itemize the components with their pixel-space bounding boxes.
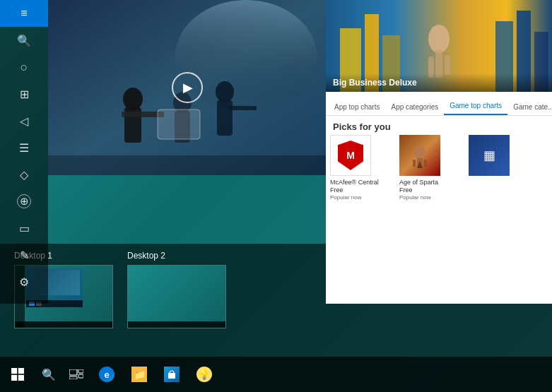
sidebar-item-search[interactable]: 🔍 (0, 27, 48, 54)
store-hero: Big Business Deluxe (326, 0, 552, 92)
sparta-icon-wrapper (399, 135, 440, 176)
edge-icon: e (99, 367, 114, 382)
svg-rect-25 (413, 160, 416, 167)
mcafee-sub: Popular now (330, 194, 361, 201)
lines-icon: ☰ (19, 141, 29, 155)
sidebar-item-back[interactable]: ◁ (0, 107, 48, 134)
mcafee-icon-wrapper: M (330, 135, 371, 176)
welcome-panel: Welcome to Windows 10 (48, 0, 326, 175)
taskbar: 🔍 e 📁 💡 (0, 357, 552, 392)
svg-rect-34 (78, 374, 83, 378)
sidebar-item-note[interactable]: ▭ (0, 215, 48, 242)
third-icon-symbol: ▦ (483, 148, 495, 163)
store-taskbar-icon (164, 367, 180, 382)
sidebar-item-settings[interactable]: ⚙ (0, 268, 48, 295)
taskbar-store[interactable] (155, 357, 188, 392)
folder-icon: 📁 (134, 369, 146, 380)
third-app-icon: ▦ (469, 135, 510, 176)
store-picks-title: Picks for you (326, 116, 552, 135)
sidebar-top-button[interactable]: ≡ (0, 0, 48, 27)
sparta-status: Free (399, 186, 413, 194)
svg-rect-9 (228, 106, 257, 110)
welcome-background: Welcome to Windows 10 (48, 0, 326, 175)
mcafee-shield: M (338, 141, 363, 170)
svg-rect-8 (217, 100, 233, 136)
store-tabs: App top charts App categories Game top c… (326, 92, 552, 116)
task-view-icon (69, 369, 83, 379)
store-pick-third[interactable]: ▦ (469, 135, 532, 201)
mcafee-name: McAfee® Central (330, 179, 379, 186)
search-icon: 🔍 (17, 34, 31, 47)
diamond-icon: ◇ (20, 168, 28, 182)
sparta-icon (399, 135, 440, 176)
mcafee-status: Free (330, 186, 343, 194)
taskbar-multitask-button[interactable] (62, 357, 90, 392)
sparta-graphic (407, 143, 433, 168)
store-picks-row: M McAfee® Central Free Popular now (326, 135, 552, 201)
svg-rect-11 (48, 155, 326, 175)
sidebar-item-brush[interactable]: ✎ (0, 242, 48, 268)
store-pick-sparta[interactable]: Age of Sparta Free Popular now (399, 135, 463, 201)
play-icon: ▶ (183, 80, 193, 95)
svg-rect-36 (168, 373, 175, 379)
grid-icon: ⊞ (20, 88, 29, 101)
svg-point-19 (428, 25, 450, 53)
taskbar-tips[interactable]: 💡 (188, 357, 221, 392)
svg-point-23 (414, 146, 425, 159)
tips-icon: 💡 (196, 367, 212, 382)
svg-rect-22 (445, 55, 450, 75)
lightbulb-icon: 💡 (199, 369, 210, 380)
sparta-name: Age of Sparta (399, 179, 438, 186)
sidebar-item-lines[interactable]: ☰ (0, 134, 48, 161)
svg-rect-30 (11, 375, 17, 381)
search-taskbar-icon: 🔍 (42, 368, 56, 381)
tab-app-top-charts[interactable]: App top charts (329, 99, 385, 115)
note-icon: ▭ (19, 222, 30, 235)
sidebar-item-grid[interactable]: ⊞ (0, 81, 48, 107)
svg-rect-28 (11, 368, 17, 374)
explorer-icon: 📁 (131, 367, 147, 382)
svg-rect-35 (69, 376, 77, 379)
settings-icon: ⚙ (19, 275, 29, 289)
store-bag-icon (167, 369, 177, 379)
svg-rect-31 (18, 375, 24, 381)
main-content: Welcome to Windows 10 (48, 0, 552, 304)
start-button[interactable] (0, 357, 35, 392)
windows-logo-icon (11, 368, 24, 381)
svg-rect-33 (78, 369, 83, 373)
back-icon: ◁ (20, 114, 28, 128)
xbox-icon: ⊕ (17, 194, 31, 208)
brush-icon: ✎ (20, 249, 29, 262)
tab-game-top-charts[interactable]: Game top charts (444, 97, 507, 115)
tab-app-categories[interactable]: App categories (385, 99, 444, 115)
tab-game-categories[interactable]: Game cate... (507, 99, 552, 115)
svg-rect-26 (424, 160, 427, 167)
svg-point-2 (123, 88, 143, 110)
mini-taskbar (15, 321, 112, 328)
svg-rect-32 (69, 369, 77, 375)
sidebar-item-diamond[interactable]: ◇ (0, 161, 48, 188)
play-button[interactable]: ▶ (172, 72, 203, 103)
store-pick-mcafee[interactable]: M McAfee® Central Free Popular now (330, 135, 394, 201)
taskbar-explorer[interactable]: 📁 (123, 357, 155, 392)
store-panel: Big Business Deluxe App top charts App c… (326, 0, 552, 304)
desktop: Desktop 1 (0, 0, 552, 392)
hamburger-icon: ≡ (20, 7, 27, 20)
svg-rect-29 (18, 368, 24, 374)
store-hero-title: Big Business Deluxe (326, 73, 552, 92)
mcafee-icon: M (330, 135, 371, 176)
circle-icon: ○ (20, 60, 28, 75)
svg-rect-10 (158, 109, 200, 139)
svg-point-7 (216, 81, 234, 102)
taskbar-search-button[interactable]: 🔍 (35, 357, 62, 392)
sidebar: ≡ 🔍 ○ ⊞ ◁ ☰ ◇ ⊕ ▭ ✎ ⚙ (0, 0, 48, 304)
sparta-sub: Popular now (399, 194, 430, 201)
sidebar-item-xbox[interactable]: ⊕ (0, 188, 48, 215)
sidebar-item-circle[interactable]: ○ (0, 54, 48, 81)
taskbar-edge[interactable]: e (90, 357, 123, 392)
third-icon-wrapper: ▦ (469, 135, 510, 176)
